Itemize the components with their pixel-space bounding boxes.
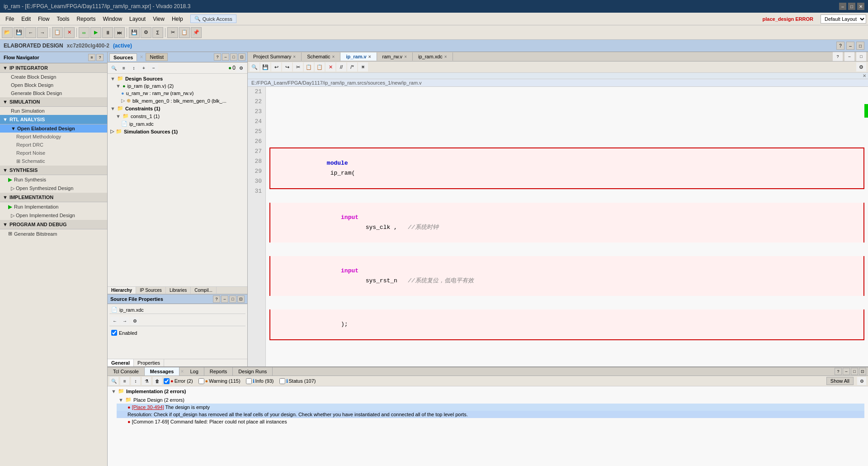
sources-add-button[interactable]: + bbox=[139, 63, 148, 72]
minimize-panel-button[interactable]: – bbox=[846, 42, 854, 50]
editor-redo-button[interactable]: ↪ bbox=[282, 62, 292, 71]
nav-item-open-elaborated-design[interactable]: ▼ Open Elaborated Design bbox=[0, 124, 107, 133]
msg-subgroup-place-design-header[interactable]: ▼ 📁 Place Design (2 errors) bbox=[117, 396, 864, 404]
nav-section-ip-integrator-title[interactable]: ▼ IP INTEGRATOR bbox=[0, 63, 107, 73]
tb-cut-button[interactable]: ✂ bbox=[167, 27, 178, 38]
msg-tab-reports[interactable]: Reports bbox=[204, 367, 233, 376]
maximize-panel-button[interactable]: □ bbox=[856, 42, 864, 50]
tree-blk-mem-gen[interactable]: ▷ ⊕ blk_mem_gen_0 : blk_mem_gen_0 (blk_.… bbox=[108, 97, 246, 105]
flow-nav-help-button[interactable]: ? bbox=[96, 54, 104, 61]
nav-item-run-synthesis[interactable]: ▶ Run Synthesis bbox=[0, 175, 107, 184]
sources-expand-button[interactable]: ≡ bbox=[119, 63, 128, 72]
tb-back-button[interactable]: ← bbox=[25, 27, 36, 38]
msg-settings-button[interactable]: ⚙ bbox=[857, 377, 866, 385]
editor-tab-schematic[interactable]: Schematic × bbox=[302, 52, 340, 61]
tb-cancel-button[interactable]: ✕ bbox=[64, 27, 75, 38]
nav-section-synthesis-title[interactable]: ▼ SYNTHESIS bbox=[0, 166, 107, 175]
error-link-1[interactable]: [Place 30-494] bbox=[132, 404, 164, 410]
filter-warning[interactable]: ● Warning (115) bbox=[198, 378, 241, 384]
sp-min-button[interactable]: – bbox=[221, 295, 228, 303]
nav-item-report-drc[interactable]: Report DRC bbox=[0, 141, 107, 149]
sptab-properties[interactable]: Properties bbox=[134, 359, 164, 366]
nav-item-generate-bitstream[interactable]: ⊞ Generate Bitstream bbox=[0, 229, 107, 238]
editor-paste-button[interactable]: 📋 bbox=[315, 62, 325, 71]
tb-play-button[interactable]: ▶ bbox=[90, 27, 101, 38]
editor-undo-button[interactable]: ↩ bbox=[271, 62, 281, 71]
editor-close-file-button[interactable]: ✕ bbox=[863, 73, 866, 78]
status-checkbox[interactable] bbox=[279, 378, 285, 384]
nav-section-rtl-analysis-title[interactable]: ▼ RTL ANALYSIS bbox=[0, 115, 107, 124]
editor-format-button[interactable]: ☀ bbox=[358, 62, 368, 71]
editor-max-button[interactable]: □ bbox=[856, 52, 866, 61]
sources-settings-button[interactable]: ⚙ bbox=[236, 63, 245, 72]
nav-item-run-simulation[interactable]: Run Simulation bbox=[0, 107, 107, 115]
tree-design-sources[interactable]: ▼ 📁 Design Sources bbox=[108, 75, 246, 82]
sources-min-button[interactable]: – bbox=[222, 53, 229, 61]
minimize-button[interactable]: – bbox=[839, 3, 846, 10]
sp-float-button[interactable]: ⊡ bbox=[237, 295, 245, 303]
editor-help-button[interactable]: ? bbox=[833, 52, 843, 61]
help-button[interactable]: ? bbox=[836, 42, 844, 50]
editor-save-button[interactable]: 💾 bbox=[260, 62, 270, 71]
code-area[interactable]: 21 22 23 24 25 26 27 28 29 30 31 bbox=[248, 87, 868, 366]
sp-settings-button[interactable]: ⚙ bbox=[130, 317, 139, 325]
tree-ip-ram-xdc[interactable]: 📄 ip_ram.xdc bbox=[108, 120, 246, 128]
subtab-hierarchy[interactable]: Hierarchy bbox=[108, 287, 136, 294]
menu-edit[interactable]: Edit bbox=[18, 15, 34, 23]
tab-close-icon[interactable]: × bbox=[444, 54, 447, 59]
nav-section-simulation-title[interactable]: ▼ SIMULATION bbox=[0, 97, 107, 107]
filter-error[interactable]: ● Error (2) bbox=[164, 378, 193, 384]
tb-step-button[interactable]: ⏭ bbox=[114, 27, 125, 38]
msg-group-implementation-header[interactable]: ▼ 📁 Implementation (2 errors) bbox=[109, 387, 866, 395]
quick-access-bar[interactable]: 🔍 Quick Access bbox=[190, 14, 236, 23]
tree-sim-sources[interactable]: ▷ 📁 Simulation Sources (1) bbox=[108, 128, 246, 135]
enabled-checkbox[interactable] bbox=[111, 330, 117, 336]
sources-max-button[interactable]: □ bbox=[230, 53, 237, 61]
error-checkbox[interactable] bbox=[164, 378, 170, 384]
tb-copy-button[interactable]: 📋 bbox=[52, 27, 63, 38]
tb-pin-button[interactable]: 📌 bbox=[191, 27, 202, 38]
msg-expand-button[interactable]: ≡ bbox=[120, 377, 129, 385]
editor-copy-button[interactable]: 📋 bbox=[304, 62, 314, 71]
warning-checkbox[interactable] bbox=[198, 378, 204, 384]
sptab-general[interactable]: General bbox=[108, 359, 134, 366]
editor-settings2-button[interactable]: ⚙ bbox=[856, 62, 866, 71]
layout-select[interactable]: Default Layout bbox=[821, 14, 866, 24]
editor-tab-project-summary[interactable]: Project Summary × bbox=[248, 52, 302, 61]
subtab-ip-sources[interactable]: IP Sources bbox=[136, 287, 166, 294]
tb-sum-button[interactable]: Σ bbox=[152, 27, 163, 38]
tab-sources[interactable]: Sources bbox=[109, 53, 137, 61]
editor-tab-ip-ram-v[interactable]: ip_ram.v × bbox=[340, 52, 377, 61]
nav-section-program-debug-title[interactable]: ▼ PROGRAM AND DEBUG bbox=[0, 220, 107, 229]
editor-uncomment-button[interactable]: /* bbox=[347, 62, 357, 71]
msg-filter-button[interactable]: ⚗ bbox=[142, 377, 151, 385]
sources-collapse-button[interactable]: ↕ bbox=[129, 63, 138, 72]
nav-item-generate-block-design[interactable]: Generate Block Design bbox=[0, 89, 107, 97]
nav-item-run-implementation[interactable]: ▶ Run Implementation bbox=[0, 202, 107, 211]
msg-min-button[interactable]: – bbox=[843, 368, 850, 375]
nav-item-open-block-design[interactable]: Open Block Design bbox=[0, 81, 107, 89]
msg-collapse-button[interactable]: ↕ bbox=[131, 377, 140, 385]
close-button[interactable]: ✕ bbox=[857, 3, 864, 10]
editor-min-button[interactable]: – bbox=[844, 52, 854, 61]
subtab-libraries[interactable]: Libraries bbox=[166, 287, 191, 294]
nav-section-implementation-title[interactable]: ▼ IMPLEMENTATION bbox=[0, 193, 107, 202]
sp-back-button[interactable]: ← bbox=[110, 317, 119, 325]
tab-close-icon[interactable]: × bbox=[332, 54, 335, 59]
editor-comment-button[interactable]: // bbox=[336, 62, 346, 71]
tb-settings-button[interactable]: ⚙ bbox=[141, 27, 151, 38]
tb-pause-button[interactable]: ⏸ bbox=[102, 27, 113, 38]
code-editor-content[interactable]: module ip_ram( input sys_clk , //系统时钟 in… bbox=[266, 87, 868, 366]
tree-ip-ram[interactable]: ▼ ● ip_ram (ip_ram.v) (2) bbox=[108, 82, 246, 90]
nav-item-open-synthesized-design[interactable]: ▷ Open Synthesized Design bbox=[0, 184, 107, 193]
menu-window[interactable]: Window bbox=[99, 15, 126, 23]
editor-cut-button[interactable]: ✂ bbox=[293, 62, 303, 71]
msg-tab-tcl-console[interactable]: Tcl Console bbox=[108, 367, 145, 376]
maximize-button[interactable]: □ bbox=[848, 3, 855, 10]
editor-search-button[interactable]: 🔍 bbox=[250, 62, 259, 71]
menu-flow[interactable]: Flow bbox=[34, 15, 53, 23]
msg-tab-log[interactable]: Log bbox=[184, 367, 204, 376]
info-checkbox[interactable] bbox=[246, 378, 252, 384]
tb-open-button[interactable]: 📂 bbox=[2, 27, 13, 38]
msg-clear-button[interactable]: 🗑 bbox=[153, 377, 162, 385]
